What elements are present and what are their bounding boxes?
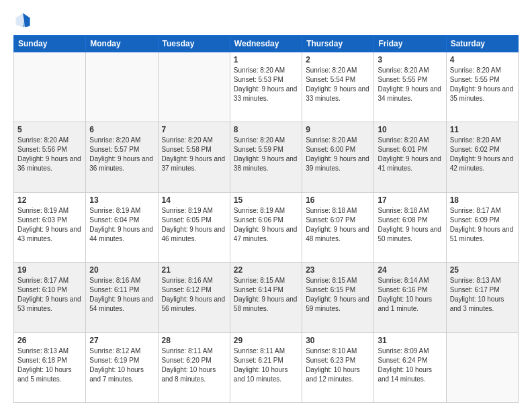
calendar-cell: 8Sunrise: 8:20 AM Sunset: 5:59 PM Daylig… <box>230 122 302 192</box>
calendar-cell <box>446 332 518 402</box>
day-info: Sunrise: 8:16 AM Sunset: 6:12 PM Dayligh… <box>162 276 226 314</box>
weekday-header-row: SundayMondayTuesdayWednesdayThursdayFrid… <box>14 36 519 52</box>
calendar-cell: 17Sunrise: 8:18 AM Sunset: 6:08 PM Dayli… <box>374 192 446 262</box>
calendar-cell: 6Sunrise: 8:20 AM Sunset: 5:57 PM Daylig… <box>86 122 158 192</box>
day-number: 4 <box>450 55 515 64</box>
day-number: 16 <box>306 195 370 205</box>
calendar-cell: 27Sunrise: 8:12 AM Sunset: 6:19 PM Dayli… <box>86 332 158 402</box>
day-number: 7 <box>162 125 226 134</box>
calendar-cell: 11Sunrise: 8:20 AM Sunset: 6:02 PM Dayli… <box>446 122 518 192</box>
day-info: Sunrise: 8:20 AM Sunset: 5:55 PM Dayligh… <box>378 66 442 103</box>
calendar-cell: 3Sunrise: 8:20 AM Sunset: 5:55 PM Daylig… <box>374 52 446 122</box>
day-info: Sunrise: 8:18 AM Sunset: 6:08 PM Dayligh… <box>378 206 442 244</box>
calendar-cell: 25Sunrise: 8:13 AM Sunset: 6:17 PM Dayli… <box>446 263 518 332</box>
calendar-cell: 15Sunrise: 8:19 AM Sunset: 6:06 PM Dayli… <box>230 192 302 262</box>
weekday-header-saturday: Saturday <box>446 36 518 52</box>
calendar-cell <box>158 52 230 122</box>
calendar-week-row: 12Sunrise: 8:19 AM Sunset: 6:03 PM Dayli… <box>14 192 519 262</box>
day-number: 9 <box>306 125 370 134</box>
day-number: 20 <box>89 265 154 275</box>
day-number: 15 <box>234 195 298 205</box>
day-number: 8 <box>234 125 298 134</box>
day-number: 19 <box>17 265 82 275</box>
day-info: Sunrise: 8:17 AM Sunset: 6:10 PM Dayligh… <box>17 276 82 314</box>
day-info: Sunrise: 8:11 AM Sunset: 6:21 PM Dayligh… <box>234 347 298 384</box>
day-info: Sunrise: 8:19 AM Sunset: 6:06 PM Dayligh… <box>234 206 298 244</box>
calendar-cell: 20Sunrise: 8:16 AM Sunset: 6:11 PM Dayli… <box>86 263 158 332</box>
weekday-header-friday: Friday <box>374 36 446 52</box>
calendar-cell: 9Sunrise: 8:20 AM Sunset: 6:00 PM Daylig… <box>302 122 374 192</box>
calendar-table: SundayMondayTuesdayWednesdayThursdayFrid… <box>13 35 519 403</box>
day-number: 25 <box>450 265 515 275</box>
calendar-cell: 1Sunrise: 8:20 AM Sunset: 5:53 PM Daylig… <box>230 52 302 122</box>
logo-icon <box>13 11 32 30</box>
calendar-cell: 29Sunrise: 8:11 AM Sunset: 6:21 PM Dayli… <box>230 332 302 402</box>
calendar-cell: 23Sunrise: 8:15 AM Sunset: 6:15 PM Dayli… <box>302 263 374 332</box>
weekday-header-tuesday: Tuesday <box>158 36 230 52</box>
day-info: Sunrise: 8:15 AM Sunset: 6:15 PM Dayligh… <box>306 276 370 314</box>
day-info: Sunrise: 8:09 AM Sunset: 6:24 PM Dayligh… <box>378 347 442 384</box>
day-number: 31 <box>378 336 442 345</box>
day-info: Sunrise: 8:10 AM Sunset: 6:23 PM Dayligh… <box>306 347 370 384</box>
page: SundayMondayTuesdayWednesdayThursdayFrid… <box>0 0 532 411</box>
calendar-cell: 12Sunrise: 8:19 AM Sunset: 6:03 PM Dayli… <box>14 192 86 262</box>
calendar-cell: 31Sunrise: 8:09 AM Sunset: 6:24 PM Dayli… <box>374 332 446 402</box>
day-number: 28 <box>162 336 226 345</box>
day-info: Sunrise: 8:20 AM Sunset: 6:02 PM Dayligh… <box>450 136 515 173</box>
day-info: Sunrise: 8:13 AM Sunset: 6:17 PM Dayligh… <box>450 276 515 314</box>
day-number: 10 <box>378 125 442 134</box>
day-number: 5 <box>17 125 82 134</box>
calendar-cell: 24Sunrise: 8:14 AM Sunset: 6:16 PM Dayli… <box>374 263 446 332</box>
calendar-week-row: 26Sunrise: 8:13 AM Sunset: 6:18 PM Dayli… <box>14 332 519 402</box>
day-info: Sunrise: 8:20 AM Sunset: 5:58 PM Dayligh… <box>162 136 226 173</box>
calendar-week-row: 5Sunrise: 8:20 AM Sunset: 5:56 PM Daylig… <box>14 122 519 192</box>
day-number: 14 <box>162 195 226 205</box>
calendar-cell: 21Sunrise: 8:16 AM Sunset: 6:12 PM Dayli… <box>158 263 230 332</box>
calendar-cell: 4Sunrise: 8:20 AM Sunset: 5:55 PM Daylig… <box>446 52 518 122</box>
day-number: 27 <box>89 336 154 345</box>
day-info: Sunrise: 8:20 AM Sunset: 5:59 PM Dayligh… <box>234 136 298 173</box>
day-info: Sunrise: 8:11 AM Sunset: 6:20 PM Dayligh… <box>162 347 226 384</box>
weekday-header-wednesday: Wednesday <box>230 36 302 52</box>
calendar-week-row: 1Sunrise: 8:20 AM Sunset: 5:53 PM Daylig… <box>14 52 519 122</box>
calendar-cell: 2Sunrise: 8:20 AM Sunset: 5:54 PM Daylig… <box>302 52 374 122</box>
day-info: Sunrise: 8:13 AM Sunset: 6:18 PM Dayligh… <box>17 347 82 384</box>
day-info: Sunrise: 8:18 AM Sunset: 6:07 PM Dayligh… <box>306 206 370 244</box>
day-number: 13 <box>89 195 154 205</box>
calendar-cell: 10Sunrise: 8:20 AM Sunset: 6:01 PM Dayli… <box>374 122 446 192</box>
calendar-cell: 13Sunrise: 8:19 AM Sunset: 6:04 PM Dayli… <box>86 192 158 262</box>
day-info: Sunrise: 8:12 AM Sunset: 6:19 PM Dayligh… <box>89 347 154 384</box>
calendar-cell: 28Sunrise: 8:11 AM Sunset: 6:20 PM Dayli… <box>158 332 230 402</box>
calendar-cell: 30Sunrise: 8:10 AM Sunset: 6:23 PM Dayli… <box>302 332 374 402</box>
logo <box>13 11 35 30</box>
day-number: 12 <box>17 195 82 205</box>
calendar-cell: 19Sunrise: 8:17 AM Sunset: 6:10 PM Dayli… <box>14 263 86 332</box>
day-number: 29 <box>234 336 298 345</box>
weekday-header-sunday: Sunday <box>14 36 86 52</box>
day-number: 18 <box>450 195 515 205</box>
calendar-cell: 26Sunrise: 8:13 AM Sunset: 6:18 PM Dayli… <box>14 332 86 402</box>
day-info: Sunrise: 8:15 AM Sunset: 6:14 PM Dayligh… <box>234 276 298 314</box>
day-number: 30 <box>306 336 370 345</box>
day-info: Sunrise: 8:19 AM Sunset: 6:05 PM Dayligh… <box>162 206 226 244</box>
calendar-cell: 22Sunrise: 8:15 AM Sunset: 6:14 PM Dayli… <box>230 263 302 332</box>
day-number: 1 <box>234 55 298 64</box>
weekday-header-thursday: Thursday <box>302 36 374 52</box>
day-info: Sunrise: 8:14 AM Sunset: 6:16 PM Dayligh… <box>378 276 442 314</box>
day-number: 23 <box>306 265 370 275</box>
day-number: 26 <box>17 336 82 345</box>
day-number: 11 <box>450 125 515 134</box>
calendar-week-row: 19Sunrise: 8:17 AM Sunset: 6:10 PM Dayli… <box>14 263 519 332</box>
weekday-header-monday: Monday <box>86 36 158 52</box>
calendar-cell: 14Sunrise: 8:19 AM Sunset: 6:05 PM Dayli… <box>158 192 230 262</box>
day-info: Sunrise: 8:17 AM Sunset: 6:09 PM Dayligh… <box>450 206 515 244</box>
day-number: 3 <box>378 55 442 64</box>
calendar-cell: 5Sunrise: 8:20 AM Sunset: 5:56 PM Daylig… <box>14 122 86 192</box>
day-number: 6 <box>89 125 154 134</box>
day-info: Sunrise: 8:19 AM Sunset: 6:03 PM Dayligh… <box>17 206 82 244</box>
day-number: 24 <box>378 265 442 275</box>
day-info: Sunrise: 8:20 AM Sunset: 5:54 PM Dayligh… <box>306 66 370 103</box>
day-number: 22 <box>234 265 298 275</box>
calendar-cell <box>14 52 86 122</box>
day-info: Sunrise: 8:20 AM Sunset: 5:55 PM Dayligh… <box>450 66 515 103</box>
